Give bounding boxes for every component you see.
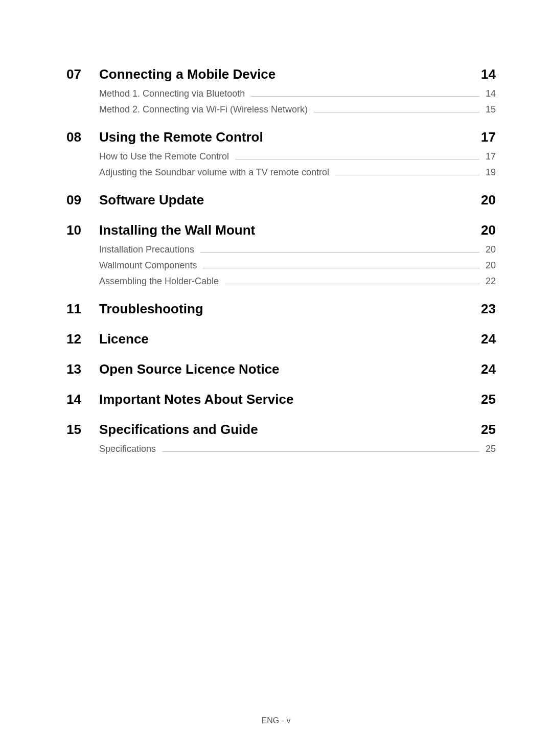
leader-line (200, 252, 479, 253)
section-number: 07 (66, 66, 99, 82)
sub-item-page: 17 (486, 151, 496, 162)
leader-line (335, 175, 479, 175)
section-number: 13 (66, 361, 99, 377)
leader-line (235, 159, 479, 159)
toc-sub-item: How to Use the Remote Control17 (99, 151, 496, 162)
section-title: Licence (99, 331, 481, 347)
toc-sub-item: Adjusting the Soundbar volume with a TV … (99, 167, 496, 178)
section-title: Specifications and Guide (99, 422, 481, 438)
section-page: 25 (481, 422, 496, 438)
toc-heading-row: 12Licence24 (66, 331, 496, 347)
toc-heading-row: 10Installing the Wall Mount20 (66, 222, 496, 238)
toc-section: 08Using the Remote Control17How to Use t… (66, 129, 496, 178)
section-title: Important Notes About Service (99, 392, 481, 407)
sub-item-title: How to Use the Remote Control (99, 151, 229, 162)
leader-line (251, 96, 479, 97)
toc-heading-row: 08Using the Remote Control17 (66, 129, 496, 145)
section-title: Connecting a Mobile Device (99, 66, 481, 82)
leader-line (225, 284, 479, 284)
section-page: 24 (481, 361, 496, 377)
toc-section: 13Open Source Licence Notice24 (66, 361, 496, 377)
sub-item-title: Specifications (99, 444, 156, 454)
sub-item-page: 20 (486, 260, 496, 271)
section-page: 20 (481, 222, 496, 238)
section-number: 14 (66, 392, 99, 407)
toc-section: 10Installing the Wall Mount20Installatio… (66, 222, 496, 287)
toc-sub-item: Installation Precautions20 (99, 244, 496, 255)
leader-line (162, 451, 479, 452)
toc-sub-item: Method 1. Connecting via Bluetooth14 (99, 88, 496, 99)
section-title: Troubleshooting (99, 301, 481, 317)
toc-sub-item: Method 2. Connecting via Wi-Fi (Wireless… (99, 104, 496, 115)
leader-line (203, 268, 479, 268)
toc-container: 07Connecting a Mobile Device14Method 1. … (66, 66, 496, 454)
section-page: 25 (481, 392, 496, 407)
toc-section: 11Troubleshooting23 (66, 301, 496, 317)
toc-sub-item: Specifications25 (99, 444, 496, 454)
section-number: 09 (66, 192, 99, 208)
section-number: 15 (66, 422, 99, 438)
sub-item-page: 19 (486, 167, 496, 178)
toc-section: 14Important Notes About Service25 (66, 392, 496, 407)
section-title: Software Update (99, 192, 481, 208)
toc-heading-row: 11Troubleshooting23 (66, 301, 496, 317)
sub-item-title: Adjusting the Soundbar volume with a TV … (99, 167, 329, 178)
toc-section: 09Software Update20 (66, 192, 496, 208)
section-page: 20 (481, 192, 496, 208)
toc-heading-row: 14Important Notes About Service25 (66, 392, 496, 407)
section-number: 10 (66, 222, 99, 238)
section-number: 08 (66, 129, 99, 145)
toc-section: 07Connecting a Mobile Device14Method 1. … (66, 66, 496, 115)
toc-heading-row: 13Open Source Licence Notice24 (66, 361, 496, 377)
sub-item-title: Installation Precautions (99, 244, 194, 255)
section-page: 23 (481, 301, 496, 317)
section-title: Using the Remote Control (99, 129, 481, 145)
sub-item-title: Method 2. Connecting via Wi-Fi (Wireless… (99, 104, 308, 115)
toc-sub-item: Assembling the Holder-Cable22 (99, 276, 496, 287)
toc-section: 12Licence24 (66, 331, 496, 347)
section-title: Open Source Licence Notice (99, 361, 481, 377)
sub-item-title: Assembling the Holder-Cable (99, 276, 219, 287)
sub-item-page: 20 (486, 244, 496, 255)
section-page: 24 (481, 331, 496, 347)
toc-heading-row: 07Connecting a Mobile Device14 (66, 66, 496, 82)
sub-item-page: 22 (486, 276, 496, 287)
sub-item-title: Method 1. Connecting via Bluetooth (99, 88, 245, 99)
toc-heading-row: 09Software Update20 (66, 192, 496, 208)
page-footer: ENG - v (0, 716, 552, 725)
sub-item-page: 15 (486, 104, 496, 115)
sub-item-page: 25 (486, 444, 496, 454)
section-number: 11 (66, 301, 99, 317)
sub-item-page: 14 (486, 88, 496, 99)
leader-line (314, 112, 479, 112)
section-title: Installing the Wall Mount (99, 222, 481, 238)
sub-item-title: Wallmount Components (99, 260, 197, 271)
toc-section: 15Specifications and Guide25Specificatio… (66, 422, 496, 454)
toc-heading-row: 15Specifications and Guide25 (66, 422, 496, 438)
section-number: 12 (66, 331, 99, 347)
toc-sub-item: Wallmount Components20 (99, 260, 496, 271)
section-page: 17 (481, 129, 496, 145)
section-page: 14 (481, 66, 496, 82)
